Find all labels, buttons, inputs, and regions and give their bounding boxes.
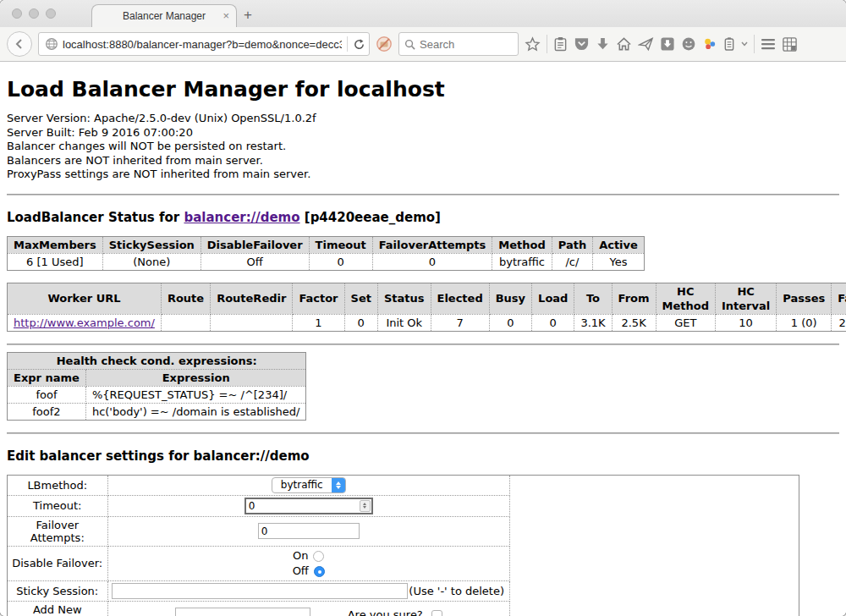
adblock-button[interactable] (376, 36, 393, 52)
col-disablefailover: DisableFailover (201, 236, 309, 253)
back-icon (14, 38, 25, 50)
cell-factor: 1 (293, 314, 344, 331)
col-hc-interval: HC Interval (715, 283, 776, 314)
cell-disablefailover: Off (201, 253, 309, 270)
failover-attempts-row: Failover Attempts: (8, 516, 510, 546)
pocket-button[interactable] (574, 36, 590, 52)
home-button[interactable] (616, 36, 632, 52)
tab-balancer-manager[interactable]: Balancer Manager × (91, 4, 237, 27)
worker-url-link[interactable]: http://www.example.com/ (14, 316, 155, 329)
zoom-window-button[interactable] (46, 8, 56, 19)
cell-expr-name: foof (8, 386, 86, 403)
confirm-checkbox[interactable] (431, 610, 442, 616)
col-passes: Passes (777, 283, 832, 314)
col-to: To (574, 283, 612, 314)
col-timeout: Timeout (309, 236, 372, 253)
number-spinner-icon[interactable] (360, 500, 371, 512)
section-divider-2 (7, 344, 839, 345)
cell-method: bytraffic (492, 253, 552, 270)
col-maxmembers: MaxMembers (8, 236, 103, 253)
edit-balancer-form: LBmethod: bytraffic Timeout: (7, 475, 799, 616)
downloads-button[interactable] (596, 36, 610, 52)
balancer-status-table: MaxMembers StickySession DisableFailover… (7, 236, 645, 271)
section-divider-3 (7, 432, 839, 434)
cell-elected: 7 (431, 314, 489, 331)
health-row: foof %{REQUEST_STATUS} =~ /^[234]/ (8, 386, 306, 403)
col-busy: Busy (489, 283, 531, 314)
tab-strip: Balancer Manager × + (0, 0, 846, 27)
feedback-button[interactable] (681, 36, 696, 52)
table-header-row: Worker URL Route RouteRedir Factor Set S… (8, 283, 846, 314)
edit-balancer-heading: Edit balancer settings for balancer://de… (7, 448, 839, 464)
search-icon (404, 39, 415, 50)
col-method: Method (492, 236, 552, 253)
col-load: Load (532, 283, 574, 314)
lbmethod-selected-value: bytraffic (272, 479, 332, 491)
search-input[interactable] (420, 38, 504, 51)
window-controls[interactable] (12, 8, 56, 19)
col-expr-name: Expr name (8, 369, 86, 386)
globe-icon (45, 37, 58, 51)
url-bar[interactable]: localhost:8880/balancer-manager?b=demo&n… (38, 32, 370, 56)
balancer-demo-link[interactable]: balancer://demo (184, 210, 299, 225)
cell-active: Yes (593, 253, 645, 270)
server-info: Server Version: Apache/2.5.0-dev (Unix) … (7, 112, 839, 182)
balancers-notice-line: Balancers are NOT inherited from main se… (7, 154, 839, 168)
pocket-icon (574, 36, 590, 52)
cell-load: 0 (532, 314, 574, 331)
sticky-session-row: Sticky Session: (Use '-' to delete) (8, 580, 510, 601)
sticky-session-input[interactable] (112, 583, 408, 599)
col-route: Route (161, 283, 210, 314)
failover-off-radio[interactable] (314, 566, 325, 577)
disable-failover-row: Disable Failover: On Off (8, 546, 510, 580)
cell-passes: 1 (0) (777, 314, 832, 331)
back-button[interactable] (7, 31, 32, 57)
close-window-button[interactable] (12, 8, 22, 19)
new-tab-button[interactable]: + (244, 7, 252, 24)
cell-worker-url: http://www.example.com/ (8, 314, 162, 331)
failover-attempts-label: Failover Attempts: (8, 516, 107, 546)
url-text[interactable]: localhost:8880/balancer-manager?b=demo&n… (63, 38, 342, 51)
battery-dropdown[interactable] (741, 41, 748, 47)
status-heading-prefix: LoadBalancer Status for (7, 210, 179, 225)
send-icon (638, 36, 654, 52)
sticky-session-hint: (Use '-' to delete) (409, 585, 506, 597)
timeout-input[interactable] (244, 498, 373, 514)
table-row: 6 [1 Used] (None) Off 0 0 bytraffic /c/ … (8, 253, 645, 270)
radio-on-label: On (293, 549, 308, 562)
cell-expression: hc('body') =~ /domain is established/ (85, 403, 306, 420)
urlbar-divider (347, 36, 348, 52)
edit-balancer-form-table: LBmethod: bytraffic Timeout: (8, 476, 510, 616)
cell-stickysession: (None) (102, 253, 201, 270)
download-arrow-icon (596, 36, 610, 52)
reload-icon[interactable] (353, 38, 365, 51)
battery-button[interactable] (723, 36, 735, 52)
failover-attempts-input[interactable] (258, 523, 360, 539)
col-status: Status (377, 283, 431, 314)
col-stickysession: StickySession (102, 236, 201, 253)
cell-to: 3.1K (574, 314, 612, 331)
add-worker-input[interactable] (175, 608, 310, 616)
cell-busy: 0 (489, 314, 531, 331)
search-bar[interactable] (398, 32, 519, 56)
add-worker-row: Add New Worker: Are you sure? (8, 601, 510, 616)
download-box-button[interactable] (660, 36, 675, 52)
clipboard-icon (553, 36, 568, 52)
col-routeredir: RouteRedir (211, 283, 293, 314)
tab-close-icon[interactable]: × (222, 10, 229, 21)
cell-expression: %{REQUEST_STATUS} =~ /^[234]/ (85, 386, 306, 403)
bookmark-button[interactable] (525, 36, 541, 52)
failover-on-radio[interactable] (313, 551, 324, 562)
extension-dots-button[interactable] (702, 36, 717, 52)
col-fails: Fails (832, 283, 846, 314)
radio-off-label: Off (293, 564, 309, 577)
send-tab-button[interactable] (638, 36, 654, 52)
lbmethod-select[interactable]: bytraffic (272, 477, 346, 493)
persist-notice-line: Balancer changes will NOT be persisted o… (7, 140, 839, 154)
reading-list-button[interactable] (553, 36, 568, 52)
col-factor: Factor (293, 283, 344, 314)
menu-button[interactable] (761, 38, 776, 50)
minimize-window-button[interactable] (29, 8, 39, 19)
sidebar-grid-button[interactable] (782, 36, 798, 52)
cell-expr-name: foof2 (8, 403, 86, 420)
